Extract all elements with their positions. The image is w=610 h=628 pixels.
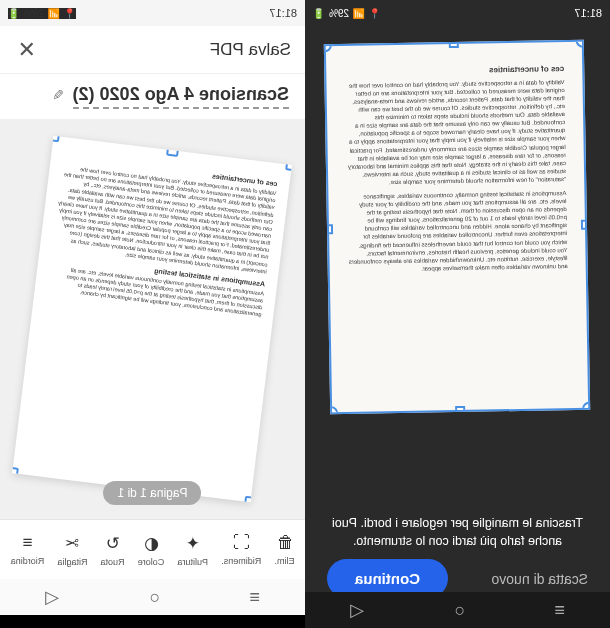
location-icon: 📍 [369,8,381,19]
crop-corner-handle[interactable] [324,40,332,53]
resize-icon: ⛶ [233,533,250,553]
reorder-icon: ≡ [22,533,32,553]
crop-icon: ✂ [65,533,79,554]
crop-corner-handle[interactable] [325,406,339,414]
battery-icon: 🔋 [8,8,20,19]
status-time: 81:17 [574,7,602,19]
crop-handle[interactable] [244,496,257,503]
pdf-editor-screen: 81:17 📍 📶 29% 🔋 Salva PDF ✕ Scansione 4 … [0,0,305,628]
nav-home-icon[interactable]: ○ [149,587,160,608]
color-icon: ◐ [144,533,159,554]
header: Salva PDF ✕ [0,26,305,74]
scan-adjust-screen: 81:17 📍 📶 29% 🔋 ces of uncertainties Val… [305,0,610,628]
document-page[interactable]: ces of uncertainties Validity of data in… [13,136,293,503]
nav-home-icon[interactable]: ○ [454,600,465,621]
nav-back-icon[interactable]: ◁ [45,586,59,608]
document-content: ces of uncertainties Validity of data in… [47,153,279,319]
signal-icon: 📶 [353,8,365,19]
nav-back-icon[interactable]: ◁ [350,599,364,621]
location-icon: 📍 [64,8,76,19]
crop-handle[interactable] [167,144,180,157]
tool-crop[interactable]: ✂Ritaglia [57,533,87,567]
filename-bar: Scansione 4 Ago 2020 (2) ✎ [0,74,305,119]
retake-button[interactable]: Scatta di nuovo [491,571,588,587]
tool-reorder[interactable]: ≡Riordina [11,533,45,566]
filename-input[interactable]: Scansione 4 Ago 2020 (2) [73,84,289,109]
scan-document[interactable]: ces of uncertainties Validity of data in… [324,40,590,414]
crop-handle[interactable] [47,136,60,143]
status-bar: 81:17 📍 📶 29% 🔋 [0,0,305,26]
tool-color[interactable]: ◐Colore [138,533,165,567]
pencil-icon[interactable]: ✎ [52,87,64,103]
page-indicator: Pagina 1 di 1 [103,481,201,505]
document-preview-area: ces of uncertainties Validity of data in… [0,119,305,519]
tool-resize[interactable]: ⛶Ridimens. [221,533,261,566]
nav-bar: ≡ ○ ◁ [305,592,610,628]
cleanup-icon: ✦ [186,533,200,554]
document-content: ces of uncertainties Validity of data in… [345,64,569,274]
signal-icon: 📶 [48,8,60,19]
tool-rotate[interactable]: ↻Ruota [101,533,125,567]
crop-corner-handle[interactable] [576,40,590,48]
crop-handle[interactable] [286,158,293,171]
hint-text: Trascina le maniglie per regolare i bord… [305,515,610,550]
tool-delete[interactable]: 🗑Elim. [274,533,294,566]
page-title: Salva PDF [210,40,291,60]
status-time: 81:17 [269,7,297,19]
close-icon[interactable]: ✕ [14,33,40,67]
nav-recent-icon[interactable]: ≡ [555,600,566,621]
crop-edge-handle[interactable] [324,224,333,234]
tool-cleanup[interactable]: ✦Pulitura [178,533,209,567]
crop-edge-handle[interactable] [456,406,466,414]
crop-handle[interactable] [13,466,20,479]
nav-recent-icon[interactable]: ≡ [250,587,261,608]
crop-edge-handle[interactable] [449,40,459,48]
toolbar: 🗑Elim. ⛶Ridimens. ✦Pulitura ◐Colore ↻Ruo… [0,519,305,579]
rotate-icon: ↻ [106,533,120,554]
battery-icon: 🔋 [313,8,325,19]
trash-icon: 🗑 [276,533,293,553]
battery-text: 29% [329,8,349,19]
scan-preview-area: ces of uncertainties Validity of data in… [305,26,610,506]
battery-text: 29% [24,8,44,19]
status-bar: 81:17 📍 📶 29% 🔋 [305,0,610,26]
nav-bar: ≡ ○ ◁ [0,579,305,615]
crop-edge-handle[interactable] [581,220,590,230]
crop-corner-handle[interactable] [583,402,591,415]
